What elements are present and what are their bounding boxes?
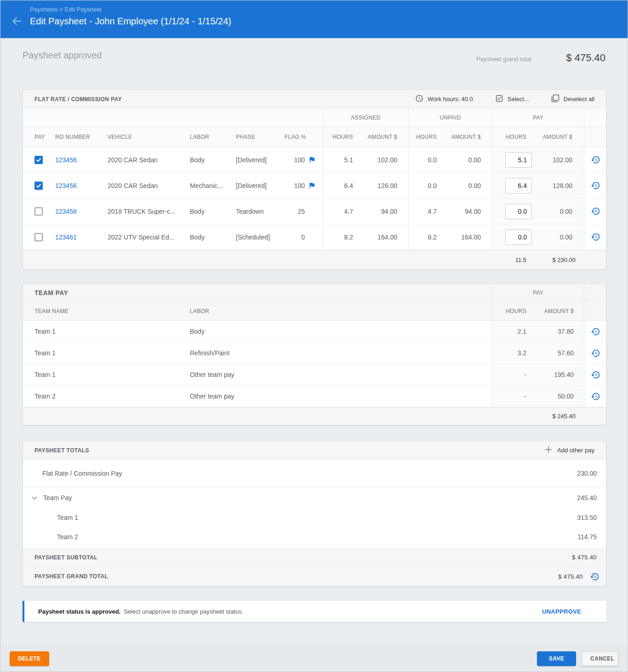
- add-other-pay-button[interactable]: Add other pay: [544, 445, 606, 456]
- approval-status-banner: Paysheet status is approved. Select unap…: [23, 601, 606, 622]
- team-labor-cell: Refinish/Paint: [180, 342, 492, 364]
- vehicle-cell: 2022 UTV Special Ed...: [103, 224, 186, 250]
- pay-hours-input[interactable]: [505, 229, 532, 245]
- history-icon[interactable]: [591, 155, 600, 165]
- team-labor-cell: Other team pay: [180, 386, 492, 407]
- col-team-name: TEAM NAME: [23, 302, 180, 320]
- app-bar: Paysheets > Edit Paysheet Edit Paysheet …: [0, 0, 628, 38]
- vehicle-cell: 2020 CAR Sedan: [103, 173, 186, 198]
- clock-icon: [415, 94, 423, 104]
- unapprove-button[interactable]: UNAPPROVE: [542, 608, 606, 615]
- row-checkbox[interactable]: [34, 233, 43, 241]
- assigned-amount-cell: 128.00: [364, 173, 408, 198]
- assigned-hours-cell: 4.7: [323, 199, 364, 224]
- paysheet-totals-title: PAYSHEET TOTALS: [23, 447, 89, 454]
- col-assigned-hours: HOURS: [323, 127, 364, 147]
- ro-number-link[interactable]: 123458: [55, 208, 77, 215]
- cancel-button[interactable]: CANCEL: [582, 651, 618, 666]
- totals-team-pay-row[interactable]: Team Pay 245.40: [23, 487, 606, 508]
- row-checkbox[interactable]: [34, 207, 43, 216]
- layers-icon: [551, 94, 559, 104]
- team-hours-cell: -: [492, 386, 536, 407]
- delete-button[interactable]: DELETE: [10, 651, 49, 666]
- add-other-pay-label: Add other pay: [557, 447, 594, 454]
- totals-team1-label: Team 1: [57, 514, 78, 521]
- deselect-all-label: Deselect all: [564, 96, 594, 103]
- ro-number-link[interactable]: 123456: [55, 182, 77, 189]
- flat-rate-row: 123458 2018 TRUCK Super-c... Body Teardo…: [23, 199, 606, 224]
- page-title: Edit Paysheet - John Employee (1/1/24 - …: [30, 16, 231, 27]
- select-checkbox-icon: [495, 94, 503, 104]
- pay-hours-input[interactable]: [505, 152, 532, 168]
- unpaid-amount-cell: 164.00: [450, 224, 492, 250]
- paysheet-grand-total-row: PAYSHEET GRAND TOTAL $ 475.40: [23, 567, 606, 586]
- breadcrumb[interactable]: Paysheets > Edit Paysheet: [30, 6, 102, 13]
- plus-icon: [544, 445, 553, 456]
- flag-pct-cell: 100: [280, 173, 323, 198]
- col-unpaid-amount: AMOUNT $: [450, 127, 492, 147]
- bottom-action-bar: DELETE SAVE CANCEL: [0, 645, 628, 672]
- arrow-left-icon: [11, 15, 23, 29]
- unpaid-hours-cell: 8.2: [408, 224, 450, 250]
- select-label: Select...: [508, 96, 529, 103]
- vehicle-cell: 2018 TRUCK Super-c...: [103, 199, 186, 224]
- totals-team1-row: Team 1 313.50: [23, 508, 606, 527]
- labor-cell: Body: [186, 147, 232, 172]
- totals-team2-value: 114.75: [577, 533, 606, 541]
- history-icon[interactable]: [590, 572, 599, 581]
- grand-total-value: $ 475.40: [566, 52, 605, 64]
- history-icon[interactable]: [591, 370, 600, 380]
- group-header-row: ASSIGNED UNPAID PAY: [23, 108, 606, 127]
- totals-team2-label: Team 2: [57, 533, 78, 541]
- col-team-labor: LABOR: [180, 302, 492, 320]
- pay-amount-cell: 102.00: [536, 147, 584, 172]
- paysheet-totals-card: PAYSHEET TOTALS Add other pay Flat Rate …: [23, 441, 606, 587]
- status-help-text: Select unapprove to change paysheet stat…: [120, 608, 243, 615]
- grand-total-label: Paysheet grand total:: [476, 56, 533, 63]
- history-icon[interactable]: [591, 392, 600, 401]
- team-pay-card: TEAM PAY PAY TEAM NAME LABOR HOURS AMOUN…: [23, 284, 606, 425]
- pay-group-header: PAY: [492, 108, 584, 127]
- team-name-cell: Team 1: [23, 364, 180, 385]
- paysheet-subtotal-value: $ 475.40: [572, 554, 606, 561]
- team-labor-cell: Body: [180, 321, 492, 342]
- row-checkbox[interactable]: [34, 156, 43, 164]
- col-pay-amount: AMOUNT $: [536, 127, 584, 147]
- col-labor: LABOR: [186, 127, 232, 147]
- row-checkbox[interactable]: [34, 182, 43, 190]
- flag-icon: [308, 156, 316, 164]
- totals-team-pay-label: Team Pay: [43, 494, 72, 501]
- history-icon[interactable]: [591, 327, 600, 336]
- totals-team2-row: Team 2 114.75: [23, 527, 606, 547]
- team-pay-row: Team 1 Refinish/Paint 3.2 57.60: [23, 342, 606, 364]
- pay-hours-input[interactable]: [505, 204, 532, 219]
- team-pay-header: TEAM PAY PAY: [23, 284, 606, 302]
- history-icon[interactable]: [591, 181, 600, 190]
- save-button[interactable]: SAVE: [537, 651, 576, 666]
- col-assigned-amount: AMOUNT $: [364, 127, 408, 147]
- pay-amount-cell: 0.00: [536, 199, 584, 224]
- assigned-hours-cell: 8.2: [323, 224, 364, 250]
- team-pay-column-headers: TEAM NAME LABOR HOURS AMOUNT $: [23, 302, 606, 321]
- unpaid-hours-cell: 0.0: [408, 147, 450, 172]
- unpaid-amount-cell: 0.00: [450, 147, 492, 172]
- assigned-group-header: ASSIGNED: [323, 108, 408, 127]
- ro-number-link[interactable]: 123461: [55, 233, 77, 241]
- flag-pct-cell: 25: [280, 199, 323, 224]
- work-hours-label: Work hours: 40.0: [428, 96, 473, 103]
- back-button[interactable]: [11, 16, 23, 28]
- ro-number-link[interactable]: 123456: [55, 156, 77, 164]
- deselect-all-button[interactable]: Deselect all: [551, 94, 594, 104]
- labor-cell: Body: [186, 199, 232, 224]
- col-pay: PAY: [23, 127, 51, 147]
- pay-hours-input[interactable]: [505, 178, 532, 194]
- history-icon[interactable]: [591, 206, 600, 216]
- history-icon[interactable]: [591, 232, 600, 242]
- select-button[interactable]: Select...: [495, 94, 529, 104]
- totals-flat-rate-row: Flat Rate / Commission Pay 230.00: [23, 460, 606, 487]
- unpaid-hours-cell: 0.0: [408, 173, 450, 198]
- history-icon[interactable]: [591, 348, 600, 358]
- team-amount-cell: 57.60: [536, 342, 584, 364]
- flat-rate-total-hours: 11.5: [492, 251, 536, 269]
- team-pay-row: Team 2 Other team pay - 50.00: [23, 386, 606, 407]
